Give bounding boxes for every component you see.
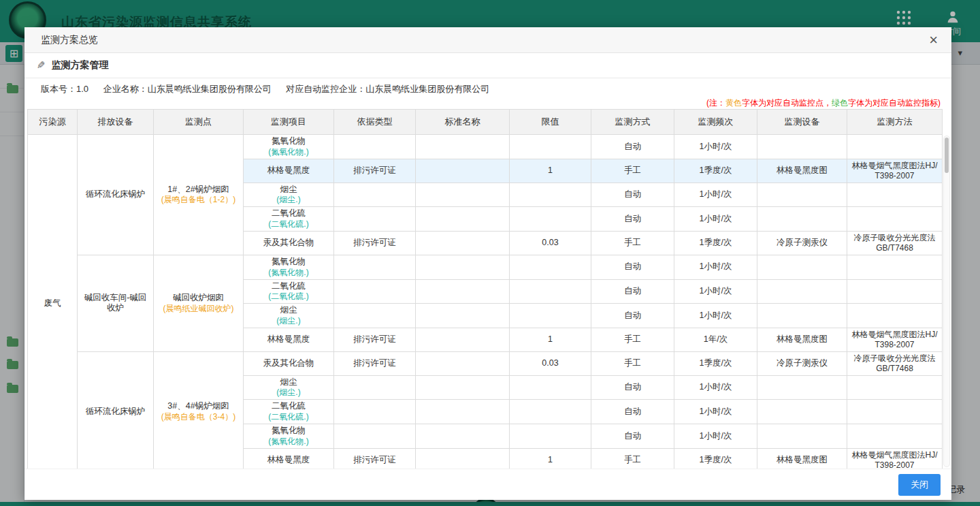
method-cell: 冷原子吸收分光光度法GB/T7468 xyxy=(847,351,943,375)
limit-cell xyxy=(510,424,591,449)
equipment-cell xyxy=(757,304,847,328)
item-cell: 林格曼黑度 xyxy=(244,448,334,469)
monitor-point-cell: 碱回收炉烟囱 (晨鸣纸业碱回收炉) xyxy=(154,255,244,351)
freq-cell: 1小时/次 xyxy=(674,135,757,159)
equipment-cell xyxy=(757,183,847,207)
limit-cell: 1 xyxy=(510,448,591,469)
mode-cell: 自动 xyxy=(591,183,674,207)
point-name: 1#、2#锅炉烟囱 xyxy=(157,185,240,195)
col-header: 监测项目 xyxy=(244,110,334,135)
basis-cell xyxy=(334,183,416,207)
scrollbar-thumb[interactable] xyxy=(945,138,949,173)
limit-cell xyxy=(510,207,591,232)
modal-footer: 关闭 xyxy=(24,469,951,500)
section-title: 监测方案管理 xyxy=(52,59,109,72)
equipment-cell: 林格曼黑度图 xyxy=(757,159,847,183)
mode-cell: 手工 xyxy=(591,328,674,351)
freq-cell: 1小时/次 xyxy=(674,375,757,400)
mode-cell: 手工 xyxy=(591,448,674,469)
monitor-point-cell: 3#、4#锅炉烟囱 (晨鸣自备电（3-4）) xyxy=(154,351,244,469)
basis-cell xyxy=(334,375,416,400)
basis-cell xyxy=(334,279,416,304)
point-note: (晨鸣纸业碱回收炉) xyxy=(157,304,240,314)
point-name: 碱回收炉烟囱 xyxy=(157,293,240,304)
freq-cell: 1季度/次 xyxy=(674,159,757,183)
method-cell xyxy=(847,183,943,207)
freq-cell: 1小时/次 xyxy=(674,207,757,232)
limit-cell xyxy=(510,279,591,304)
version-text: 版本号：1.0 xyxy=(41,84,88,94)
item-cell: 烟尘 (烟尘.) xyxy=(244,375,334,400)
point-note: (晨鸣自备电（1-2）) xyxy=(157,195,240,205)
basis-cell: 排污许可证 xyxy=(334,448,416,469)
equipment-cell xyxy=(757,255,847,279)
equipment-cell xyxy=(757,424,847,449)
item-cell: 氮氧化物 (氮氧化物.) xyxy=(244,135,334,159)
mode-cell: 自动 xyxy=(591,424,674,449)
equipment-cell: 林格曼黑度图 xyxy=(757,448,847,469)
basis-cell xyxy=(334,400,416,424)
limit-cell: 0.03 xyxy=(510,231,591,255)
method-cell xyxy=(847,207,943,232)
col-header: 排放设备 xyxy=(78,110,154,135)
monitor-point-cell: 1#、2#锅炉烟囱 (晨鸣自备电（1-2）) xyxy=(154,135,244,255)
method-cell xyxy=(847,400,943,424)
standard-cell xyxy=(416,231,510,255)
close-button[interactable]: 关闭 xyxy=(898,474,941,496)
freq-cell: 1季度/次 xyxy=(674,448,757,469)
mode-cell: 自动 xyxy=(591,304,674,328)
method-cell xyxy=(847,135,943,159)
freq-cell: 1小时/次 xyxy=(674,424,757,449)
limit-cell xyxy=(510,304,591,328)
limit-cell: 0.03 xyxy=(510,351,591,375)
pen-icon: ✎ xyxy=(37,59,46,72)
method-cell xyxy=(847,424,943,449)
item-cell: 汞及其化合物 xyxy=(244,351,334,375)
close-icon[interactable]: × xyxy=(929,33,938,48)
col-header: 限值 xyxy=(510,110,591,135)
item-cell: 汞及其化合物 xyxy=(244,231,334,255)
monitoring-table-wrap: 污染源 排放设备 监测点 监测项目 依据类型 标准名称 限值 监测方式 监测频次… xyxy=(27,109,951,469)
freq-cell: 1季度/次 xyxy=(674,231,757,255)
table-scrollbar[interactable] xyxy=(943,136,950,467)
freq-cell: 1小时/次 xyxy=(674,255,757,279)
device-cell: 循环流化床锅炉 xyxy=(78,351,154,469)
modal-header: 监测方案总览 × xyxy=(24,27,951,53)
standard-cell xyxy=(416,424,510,449)
monitoring-table: 污染源 排放设备 监测点 监测项目 依据类型 标准名称 限值 监测方式 监测频次… xyxy=(27,109,943,469)
equipment-cell xyxy=(757,135,847,159)
mode-cell: 自动 xyxy=(591,375,674,400)
freq-cell: 1小时/次 xyxy=(674,400,757,424)
col-header: 标准名称 xyxy=(416,110,510,135)
col-header: 监测点 xyxy=(154,110,244,135)
standard-cell xyxy=(416,375,510,400)
col-header: 监测方法 xyxy=(847,110,943,135)
equipment-cell xyxy=(757,279,847,304)
method-cell xyxy=(847,304,943,328)
method-cell: 林格曼烟气黑度图法HJ/T398-2007 xyxy=(847,328,943,351)
method-cell xyxy=(847,279,943,304)
mode-cell: 自动 xyxy=(591,135,674,159)
item-cell: 林格曼黑度 xyxy=(244,328,334,351)
limit-cell: 1 xyxy=(510,328,591,351)
mode-cell: 自动 xyxy=(591,207,674,232)
item-cell: 烟尘 (烟尘.) xyxy=(244,183,334,207)
basis-cell xyxy=(334,255,416,279)
item-cell: 林格曼黑度 xyxy=(244,159,334,183)
equipment-cell: 冷原子测汞仪 xyxy=(757,351,847,375)
method-cell xyxy=(847,255,943,279)
company-text: 企业名称：山东晨鸣纸业集团股份有限公司 xyxy=(103,84,272,94)
point-name: 3#、4#锅炉烟囱 xyxy=(157,401,240,412)
table-row[interactable]: 废气 循环流化床锅炉 1#、2#锅炉烟囱 (晨鸣自备电（1-2）) 氮氧化物 (… xyxy=(28,135,943,159)
equipment-cell: 林格曼黑度图 xyxy=(757,328,847,351)
item-cell: 二氧化硫 (二氧化硫.) xyxy=(244,207,334,232)
limit-cell xyxy=(510,400,591,424)
limit-cell: 1 xyxy=(510,159,591,183)
item-cell: 烟尘 (烟尘.) xyxy=(244,304,334,328)
method-cell xyxy=(847,375,943,400)
table-row[interactable]: 循环流化床锅炉 3#、4#锅炉烟囱 (晨鸣自备电（3-4）) 汞及其化合物 排污… xyxy=(28,351,943,375)
legend-note: (注：黄色字体为对应自动监控点，绿色字体为对应自动监控指标) xyxy=(41,97,941,109)
section-bar: ✎ 监测方案管理 xyxy=(24,53,951,78)
col-header: 依据类型 xyxy=(334,110,416,135)
table-row[interactable]: 碱回收车间-碱回收炉 碱回收炉烟囱 (晨鸣纸业碱回收炉) 氮氧化物 (氮氧化物.… xyxy=(28,255,943,279)
